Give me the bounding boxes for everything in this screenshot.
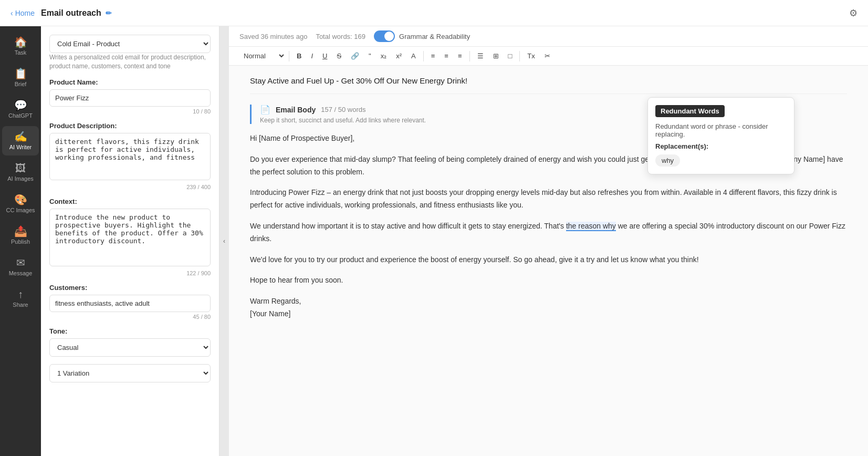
sidebar-label-publish: Publish xyxy=(11,239,30,245)
redundant-words-popup: Redundant Words Redundant word or phrase… xyxy=(647,97,794,174)
email-para3: We understand how important it is to sta… xyxy=(250,220,847,245)
template-hint: Writes a personalized cold email for pro… xyxy=(49,53,211,71)
font-color-button[interactable]: A xyxy=(407,50,420,62)
customers-input[interactable] xyxy=(49,295,211,312)
grammar-toggle: Grammar & Readability xyxy=(374,30,470,42)
toolbar-sep-2 xyxy=(423,51,424,61)
sidebar-item-message[interactable]: ✉ Message xyxy=(2,252,39,282)
email-your-name: [Your Name] xyxy=(250,309,290,318)
email-warm-regards: Warm Regards, xyxy=(250,297,301,305)
toolbar-sep-3 xyxy=(469,51,470,61)
variation-select[interactable]: 1 Variation 2 Variations 3 Variations xyxy=(49,364,211,382)
chevron-left-panel-icon: ‹ xyxy=(223,237,225,245)
sidebar-item-brief[interactable]: 📋 Brief xyxy=(2,63,39,92)
sidebar-item-cc-images[interactable]: 🎨 CC Images xyxy=(2,189,39,219)
embed-button[interactable]: □ xyxy=(504,50,517,62)
share-icon: ↑ xyxy=(18,289,23,299)
subscript-button[interactable]: x₂ xyxy=(377,50,391,62)
customers-label: Customers: xyxy=(49,284,211,292)
left-panel: Cold Email - Product Writes a personaliz… xyxy=(41,26,219,456)
top-bar: Saved 36 minutes ago Total words: 169 Gr… xyxy=(229,26,868,47)
sidebar-label-message: Message xyxy=(9,270,33,276)
sidebar-item-chatgpt[interactable]: 💬 ChatGPT xyxy=(2,95,39,124)
product-desc-count: 239 / 400 xyxy=(49,184,211,190)
unordered-list-button[interactable]: ≡ xyxy=(440,50,453,62)
product-name-label: Product Name: xyxy=(49,78,211,86)
email-para3-before: We understand how important it is to sta… xyxy=(250,222,566,230)
table-button[interactable]: ⊞ xyxy=(489,50,503,62)
sidebar-label-brief: Brief xyxy=(15,81,27,87)
message-icon: ✉ xyxy=(16,257,25,268)
toolbar-sep-4 xyxy=(519,51,520,61)
task-icon: 🏠 xyxy=(14,37,27,47)
customers-count: 45 / 80 xyxy=(49,314,211,320)
sidebar-item-ai-writer[interactable]: ✍ AI Writer xyxy=(2,126,39,156)
indent-button[interactable]: ≡ xyxy=(454,50,466,62)
panel-toggle-button[interactable]: ‹ xyxy=(219,26,229,456)
product-desc-textarea[interactable]: ditterent flavors, this fizzy drink is p… xyxy=(49,133,211,180)
superscript-button[interactable]: x² xyxy=(392,50,406,62)
link-button[interactable]: 🔗 xyxy=(347,50,363,62)
sidebar-label-task: Task xyxy=(15,49,27,56)
app-header: ‹ Home Email outreach ✏ ⚙ xyxy=(0,0,868,26)
page-title: Email outreach ✏ xyxy=(41,8,112,18)
toolbar-sep-1 xyxy=(289,51,289,61)
sidebar-item-task[interactable]: 🏠 Task xyxy=(2,32,39,61)
image-button[interactable]: ☰ xyxy=(473,50,488,62)
grammar-toggle-switch[interactable] xyxy=(374,30,395,42)
ai-images-icon: 🖼 xyxy=(15,163,26,173)
brief-icon: 📋 xyxy=(14,68,27,79)
strikethrough-button[interactable]: S xyxy=(332,50,346,62)
body-icon: 📄 xyxy=(260,105,270,115)
publish-icon: 📤 xyxy=(14,226,27,236)
editor-toolbar: Normal Heading 1 Heading 2 Heading 3 B I… xyxy=(229,47,868,66)
sidebar-item-publish[interactable]: 📤 Publish xyxy=(2,221,39,250)
replacement-chip[interactable]: why xyxy=(655,154,680,167)
sidebar-item-share[interactable]: ↑ Share xyxy=(2,284,39,313)
email-subject: Stay Active and Fuel Up - Get 30% Off Ou… xyxy=(250,76,847,94)
home-label[interactable]: Home xyxy=(15,9,35,17)
sidebar-item-ai-images[interactable]: 🖼 AI Images xyxy=(2,158,39,187)
chatgpt-icon: 💬 xyxy=(14,100,27,110)
template-select-wrap: Cold Email - Product xyxy=(49,35,211,53)
chevron-left-icon: ‹ xyxy=(11,9,13,17)
ordered-list-button[interactable]: ≡ xyxy=(427,50,440,62)
bold-button[interactable]: B xyxy=(292,50,306,62)
cc-images-icon: 🎨 xyxy=(14,194,27,205)
underline-button[interactable]: U xyxy=(318,50,331,62)
sidebar-label-ai-writer: AI Writer xyxy=(9,144,32,150)
product-name-input[interactable] xyxy=(49,89,211,107)
clear-format-button[interactable]: Tx xyxy=(523,50,539,62)
editor-content[interactable]: Stay Active and Fuel Up - Get 30% Off Ou… xyxy=(229,66,868,456)
email-para4: We'd love for you to try our product and… xyxy=(250,254,847,266)
sidebar: 🏠 Task 📋 Brief 💬 ChatGPT ✍ AI Writer 🖼 A… xyxy=(0,26,41,456)
body-title: Email Body xyxy=(276,106,316,114)
context-textarea[interactable]: Introduce the new product to prospective… xyxy=(49,209,211,266)
quote-button[interactable]: " xyxy=(364,50,375,62)
style-select[interactable]: Normal Heading 1 Heading 2 Heading 3 xyxy=(239,50,286,61)
sidebar-label-ai-images: AI Images xyxy=(7,175,34,182)
email-para2: Introducing Power Fizz – an energy drink… xyxy=(250,186,847,212)
redundant-popup-desc: Redundant word or phrase - consider repl… xyxy=(655,122,787,138)
body-wordcount: 157 / 50 words xyxy=(321,106,365,113)
cut-button[interactable]: ✂ xyxy=(540,50,555,62)
save-status: Saved 36 minutes ago xyxy=(239,33,307,40)
page-title-text: Email outreach xyxy=(41,8,101,18)
ai-writer-icon: ✍ xyxy=(14,131,27,142)
sidebar-label-share: Share xyxy=(13,302,28,308)
home-link[interactable]: ‹ Home xyxy=(11,9,35,17)
email-para3-highlight[interactable]: the reason why xyxy=(566,222,616,231)
template-select[interactable]: Cold Email - Product xyxy=(49,35,211,53)
context-count: 122 / 900 xyxy=(49,270,211,276)
redundant-popup-label: Replacement(s): xyxy=(655,142,787,150)
email-closing1: Hope to hear from you soon. xyxy=(250,274,847,287)
word-count: Total words: 169 xyxy=(316,33,365,40)
italic-button[interactable]: I xyxy=(307,50,317,62)
tone-label: Tone: xyxy=(49,327,211,335)
edit-icon[interactable]: ✏ xyxy=(106,9,112,17)
context-label: Context: xyxy=(49,198,211,205)
tone-select[interactable]: Casual Formal Friendly Professional xyxy=(49,338,211,357)
product-desc-label: Product Description: xyxy=(49,122,211,130)
settings-icon[interactable]: ⚙ xyxy=(849,7,857,19)
main-editor: Saved 36 minutes ago Total words: 169 Gr… xyxy=(229,26,868,456)
